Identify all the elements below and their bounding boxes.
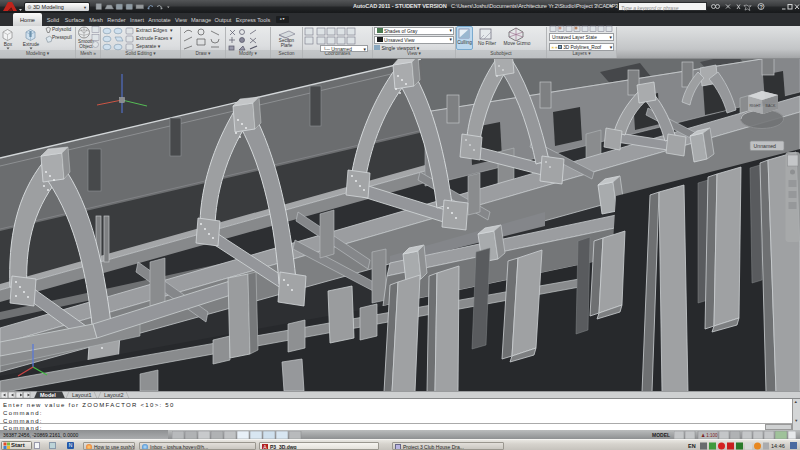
svg-text:BACK: BACK [766, 104, 776, 108]
svg-text:Box: Box [4, 42, 13, 47]
svg-text:♟ 1:100: ♟ 1:100 [701, 433, 718, 438]
svg-text:Unnamed: Unnamed [754, 143, 777, 149]
svg-text:RIGHT: RIGHT [750, 104, 762, 108]
svg-text:Extrude: Extrude [23, 42, 40, 47]
